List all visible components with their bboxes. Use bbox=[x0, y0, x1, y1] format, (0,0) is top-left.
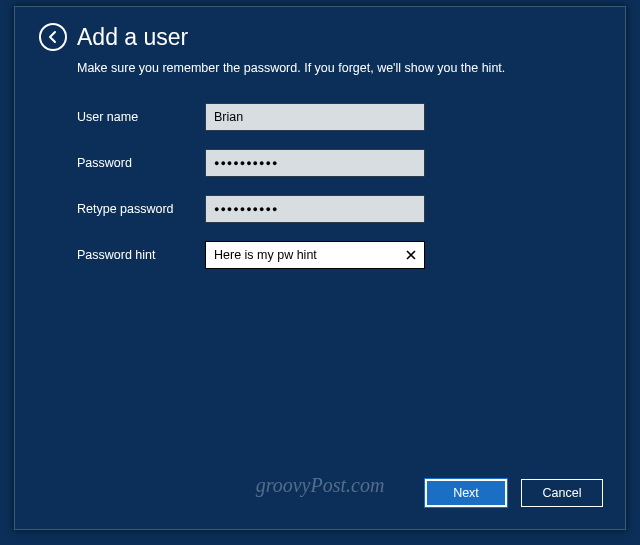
dialog-footer: Next Cancel bbox=[425, 479, 603, 507]
watermark-text: groovyPost.com bbox=[256, 474, 385, 497]
page-subtitle: Make sure you remember the password. If … bbox=[15, 57, 625, 75]
dialog-header: Add a user bbox=[15, 7, 625, 57]
retype-password-row: Retype password ●●●●●●●●●● bbox=[77, 195, 601, 223]
password-hint-input[interactable] bbox=[205, 241, 425, 269]
password-label: Password bbox=[77, 156, 205, 170]
retype-password-label: Retype password bbox=[77, 202, 205, 216]
password-row: Password ●●●●●●●●●● bbox=[77, 149, 601, 177]
next-button[interactable]: Next bbox=[425, 479, 507, 507]
password-hint-label: Password hint bbox=[77, 248, 205, 262]
retype-password-input[interactable]: ●●●●●●●●●● bbox=[205, 195, 425, 223]
back-arrow-icon bbox=[46, 30, 60, 44]
page-title: Add a user bbox=[77, 24, 188, 51]
close-icon bbox=[405, 249, 417, 261]
username-label: User name bbox=[77, 110, 205, 124]
user-form: User name Password ●●●●●●●●●● Retype pas… bbox=[15, 75, 625, 269]
username-input[interactable] bbox=[205, 103, 425, 131]
back-button[interactable] bbox=[39, 23, 67, 51]
clear-hint-button[interactable] bbox=[398, 242, 424, 268]
password-input[interactable]: ●●●●●●●●●● bbox=[205, 149, 425, 177]
cancel-button[interactable]: Cancel bbox=[521, 479, 603, 507]
username-row: User name bbox=[77, 103, 601, 131]
add-user-dialog: Add a user Make sure you remember the pa… bbox=[14, 6, 626, 530]
password-hint-row: Password hint bbox=[77, 241, 601, 269]
